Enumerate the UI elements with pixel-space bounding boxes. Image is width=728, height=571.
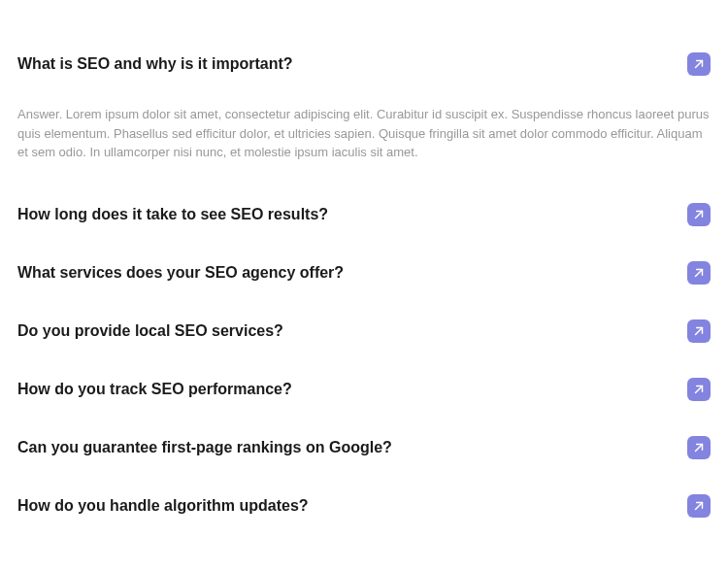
svg-line-6	[696, 502, 703, 509]
arrow-up-right-icon	[692, 499, 706, 513]
faq-question: How do you handle algorithm updates?	[17, 497, 672, 515]
faq-item[interactable]: Do you provide local SEO services?	[17, 302, 711, 360]
arrow-up-right-icon	[692, 383, 706, 396]
expand-button[interactable]	[687, 494, 711, 518]
faq-item[interactable]: What services does your SEO agency offer…	[17, 244, 711, 302]
faq-item[interactable]: How do you track SEO performance?	[17, 360, 711, 419]
expand-button[interactable]	[687, 52, 711, 76]
faq-item[interactable]: How do you handle algorithm updates?	[17, 477, 711, 535]
faq-item[interactable]: How long does it take to see SEO results…	[17, 185, 711, 244]
faq-question: Can you guarantee first-page rankings on…	[17, 439, 672, 456]
faq-question: Do you provide local SEO services?	[17, 322, 672, 340]
svg-line-3	[696, 327, 703, 334]
faq-question: What services does your SEO agency offer…	[17, 264, 672, 282]
svg-line-1	[696, 211, 703, 218]
arrow-up-right-icon	[692, 208, 706, 221]
expand-button[interactable]	[687, 436, 711, 459]
arrow-up-right-icon	[692, 441, 706, 454]
faq-question: How long does it take to see SEO results…	[17, 206, 672, 223]
expand-button[interactable]	[687, 378, 711, 401]
expand-button[interactable]	[687, 203, 711, 226]
expand-button[interactable]	[687, 319, 711, 343]
arrow-up-right-icon	[692, 266, 706, 280]
arrow-up-right-icon	[692, 57, 706, 71]
faq-list: What is SEO and why is it important? Ans…	[17, 17, 711, 535]
faq-item[interactable]: Can you guarantee first-page rankings on…	[17, 419, 711, 477]
faq-answer: Answer. Lorem ipsum dolor sit amet, cons…	[17, 93, 711, 185]
expand-button[interactable]	[687, 261, 711, 285]
arrow-up-right-icon	[692, 324, 706, 338]
faq-question: How do you track SEO performance?	[17, 381, 672, 398]
svg-line-0	[696, 61, 703, 68]
faq-question: What is SEO and why is it important?	[17, 55, 672, 73]
svg-line-2	[696, 269, 703, 276]
svg-line-4	[696, 386, 703, 392]
faq-item[interactable]: What is SEO and why is it important?	[17, 17, 711, 93]
svg-line-5	[696, 444, 703, 451]
